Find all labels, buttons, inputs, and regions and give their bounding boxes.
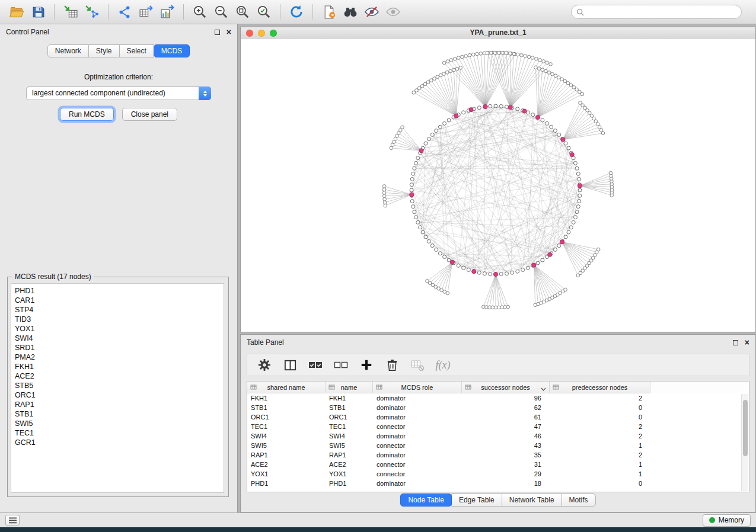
- column-header-predecessor-nodes[interactable]: predecessor nodes: [550, 382, 650, 393]
- cell-shared-name: ACE2: [247, 460, 326, 469]
- close-panel-icon[interactable]: ×: [745, 339, 749, 345]
- column-header-successor-nodes[interactable]: successor nodes: [462, 382, 550, 393]
- table-scrollbar[interactable]: [741, 394, 748, 491]
- cell-predecessor-nodes: 1: [550, 441, 650, 450]
- table-row[interactable]: SWI5SWI5connector431: [247, 441, 749, 450]
- result-item[interactable]: SRD1: [15, 343, 222, 352]
- result-item[interactable]: STB5: [15, 381, 222, 390]
- result-item[interactable]: TID3: [15, 315, 222, 324]
- cell-mcds-role: connector: [373, 469, 462, 479]
- table-row[interactable]: YOX1YOX1connector291: [247, 469, 749, 479]
- search-input[interactable]: [587, 8, 736, 16]
- export-table-button[interactable]: [135, 2, 157, 22]
- scrollbar-thumb[interactable]: [743, 400, 748, 456]
- control-panel-titlebar: Control Panel ×: [0, 24, 237, 40]
- task-menu-button[interactable]: [5, 515, 20, 525]
- table-row[interactable]: ORC1ORC1dominator610: [247, 412, 749, 422]
- maximize-window-button[interactable]: [270, 30, 277, 37]
- result-item[interactable]: SWI5: [15, 419, 222, 428]
- result-item[interactable]: PHD1: [15, 286, 222, 296]
- criterion-dropdown[interactable]: largest connected component (undirected): [26, 86, 211, 100]
- hide-selected-button[interactable]: [361, 2, 382, 22]
- float-panel-icon[interactable]: [733, 340, 738, 345]
- function-builder-button[interactable]: f(x): [435, 357, 451, 373]
- result-item[interactable]: STB1: [15, 409, 222, 419]
- column-label: MCDS role: [401, 384, 433, 391]
- zoom-out-button[interactable]: [210, 2, 232, 22]
- delete-column-button[interactable]: [384, 357, 400, 373]
- import-table-button[interactable]: [60, 2, 81, 22]
- search-field[interactable]: [571, 5, 742, 19]
- save-session-button[interactable]: [27, 2, 49, 22]
- cell-name: RAP1: [326, 450, 373, 460]
- result-item[interactable]: ORC1: [15, 390, 222, 400]
- result-item[interactable]: ACE2: [15, 371, 222, 381]
- share-document-button[interactable]: [318, 2, 340, 22]
- result-item[interactable]: FKH1: [15, 362, 222, 371]
- table-column-icon: [376, 384, 382, 392]
- show-all-button[interactable]: [382, 2, 404, 22]
- deselect-all-button[interactable]: [333, 357, 349, 373]
- table-row[interactable]: TEC1TEC1connector472: [247, 422, 749, 431]
- tab-network-table[interactable]: Network Table: [502, 493, 562, 507]
- result-item[interactable]: STP4: [15, 305, 222, 315]
- result-item[interactable]: RAP1: [15, 400, 222, 409]
- add-column-button[interactable]: [359, 357, 374, 373]
- table-row[interactable]: FKH1FKH1dominator962: [247, 393, 749, 403]
- memory-button[interactable]: Memory: [703, 514, 751, 527]
- column-header-filler: [650, 382, 749, 393]
- select-all-button[interactable]: [308, 357, 323, 373]
- network-canvas[interactable]: [241, 39, 755, 332]
- zoom-selected-button[interactable]: [253, 2, 275, 22]
- tab-motifs[interactable]: Motifs: [562, 493, 596, 507]
- close-window-button[interactable]: [246, 30, 253, 37]
- float-panel-icon[interactable]: [215, 30, 220, 35]
- table-row[interactable]: SWI4SWI4dominator462: [247, 431, 749, 441]
- export-network-button[interactable]: [114, 2, 135, 22]
- tab-network[interactable]: Network: [47, 44, 89, 57]
- column-header-shared-name[interactable]: shared name: [247, 382, 326, 393]
- split-panel-button[interactable]: [282, 357, 298, 373]
- tab-mcds[interactable]: MCDS: [154, 44, 190, 57]
- open-session-button[interactable]: [6, 2, 27, 22]
- find-button[interactable]: [340, 2, 361, 22]
- table-row[interactable]: STB1STB1dominator620: [247, 403, 749, 412]
- run-mcds-button[interactable]: Run MCDS: [60, 108, 114, 121]
- tab-style[interactable]: Style: [88, 44, 120, 57]
- refresh-layout-button[interactable]: [286, 2, 307, 22]
- table-row[interactable]: RAP1RAP1dominator352: [247, 450, 749, 460]
- network-graph[interactable]: [241, 39, 755, 332]
- cell-shared-name: SWI5: [247, 441, 326, 450]
- close-panel-button[interactable]: Close panel: [122, 108, 177, 121]
- result-item[interactable]: GCR1: [15, 438, 222, 447]
- close-panel-icon[interactable]: ×: [227, 29, 231, 35]
- result-item[interactable]: SWI4: [15, 334, 222, 343]
- chevron-down-icon: [541, 385, 546, 392]
- export-image-button[interactable]: [157, 2, 178, 22]
- network-window-titlebar[interactable]: YPA_prune.txt_1: [241, 27, 755, 39]
- tab-edge-table[interactable]: Edge Table: [451, 493, 502, 507]
- result-item[interactable]: YOX1: [15, 324, 222, 334]
- result-item[interactable]: TEC1: [15, 428, 222, 438]
- delete-table-button[interactable]: [410, 357, 425, 373]
- mcds-result-list[interactable]: PHD1CAR1STP4TID3YOX1SWI4SRD1PMA2FKH1ACE2…: [11, 283, 224, 493]
- import-network-icon: [85, 5, 100, 20]
- table-panel: Table Panel ×: [240, 334, 756, 512]
- zoom-fit-button[interactable]: [232, 2, 253, 22]
- table-row[interactable]: PHD1PHD1dominator180: [247, 479, 749, 488]
- cell-shared-name: YOX1: [247, 469, 326, 479]
- cell-predecessor-nodes: 0: [550, 403, 650, 412]
- eye-icon: [385, 4, 401, 20]
- import-network-button[interactable]: [81, 2, 103, 22]
- tab-select[interactable]: Select: [119, 44, 154, 57]
- table-settings-button[interactable]: [257, 357, 272, 373]
- toolbar-separator: [108, 4, 109, 20]
- zoom-in-button[interactable]: [189, 2, 210, 22]
- column-header-MCDS-role[interactable]: MCDS role: [373, 382, 462, 393]
- result-item[interactable]: PMA2: [15, 352, 222, 362]
- tab-node-table[interactable]: Node Table: [400, 493, 452, 507]
- table-row[interactable]: ACE2ACE2connector311: [247, 460, 749, 469]
- result-item[interactable]: CAR1: [15, 296, 222, 305]
- minimize-window-button[interactable]: [258, 30, 265, 37]
- column-header-name[interactable]: name: [326, 382, 373, 393]
